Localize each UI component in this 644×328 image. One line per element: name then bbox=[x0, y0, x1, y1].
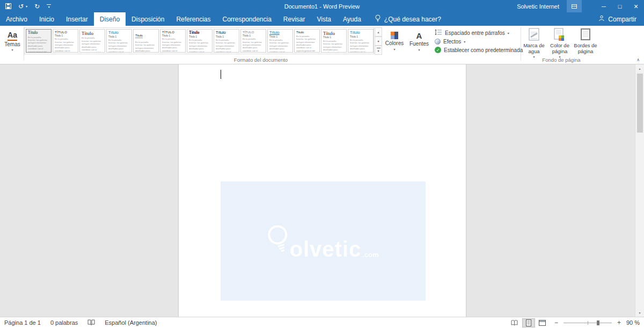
style-set-preview-text: En la pestaña Insertar, las galerías inc… bbox=[82, 37, 103, 53]
style-set-subtitle: Título 1 bbox=[216, 35, 237, 38]
zoom-slider-thumb[interactable] bbox=[597, 320, 599, 325]
tab-referencias[interactable]: Referencias bbox=[170, 12, 216, 26]
title-bar: ↺ ▾ ↻ ▾ Documento1 - Word Preview Solvet… bbox=[0, 0, 644, 12]
effects-button[interactable]: Efectos ▾ bbox=[435, 39, 518, 45]
chevron-down-icon: ▾ bbox=[418, 48, 420, 52]
print-layout-button[interactable] bbox=[522, 318, 535, 327]
style-set-thumbnail[interactable]: Titulo En la pestaña Insertar, las galer… bbox=[133, 29, 159, 53]
style-set-preview-text: En la pestaña Insertar, las galerías inc… bbox=[350, 39, 371, 53]
watermark-button[interactable]: Marca de agua ▾ bbox=[521, 27, 547, 59]
paragraph-spacing-button[interactable]: Espaciado entre párrafos ▾ bbox=[435, 29, 518, 37]
zoom-level[interactable]: 90 % bbox=[626, 319, 640, 326]
style-set-title: Titulo bbox=[296, 31, 318, 34]
text-cursor bbox=[221, 70, 221, 79]
scrollbar-thumb[interactable] bbox=[637, 74, 643, 133]
maximize-button[interactable]: □ bbox=[612, 0, 628, 12]
style-set-title: Título bbox=[216, 31, 237, 35]
chevron-down-icon: ▾ bbox=[464, 40, 465, 43]
style-set-thumbnail[interactable]: Título Título 1 En la pestaña Insertar, … bbox=[348, 29, 374, 53]
group-label-fondo: Fondo de página bbox=[521, 57, 602, 63]
undo-icon[interactable]: ↺ bbox=[18, 3, 24, 10]
style-set-thumbnail[interactable]: Título Título 1 En la pestaña Insertar, … bbox=[267, 29, 293, 53]
web-layout-button[interactable] bbox=[536, 318, 549, 327]
style-set-gallery: Título En la pestaña Insertar, las galer… bbox=[24, 27, 374, 54]
tab-strip: InicioInsertarDiseñoDisposiciónReferenci… bbox=[33, 12, 367, 26]
tab-insertar[interactable]: Insertar bbox=[60, 12, 94, 26]
page-color-button[interactable]: Color de página ▾ bbox=[547, 27, 573, 59]
undo-dropdown-icon[interactable]: ▾ bbox=[26, 5, 27, 8]
page-borders-button[interactable]: Bordes de página bbox=[573, 27, 598, 55]
redo-icon[interactable]: ↻ bbox=[34, 3, 40, 10]
tab-correspondencia[interactable]: Correspondencia bbox=[216, 12, 277, 26]
style-set-preview-text: En la pestaña Insertar, las galerías inc… bbox=[135, 41, 157, 53]
language-indicator[interactable]: Español (Argentina) bbox=[105, 319, 157, 326]
style-set-thumbnail[interactable]: Título Título 1 En la pestaña Insertar, … bbox=[106, 29, 132, 53]
proofing-icon[interactable] bbox=[87, 319, 95, 326]
minimize-button[interactable]: ─ bbox=[596, 0, 612, 12]
style-set-subtitle: Título 1 bbox=[162, 34, 184, 37]
colors-button[interactable]: Colores ▾ bbox=[382, 27, 407, 56]
save-icon[interactable] bbox=[5, 2, 11, 11]
style-set-subtitle: Título 1 bbox=[269, 35, 291, 38]
paragraph-spacing-label: Espaciado entre párrafos bbox=[445, 30, 505, 36]
style-set-thumbnail[interactable]: Título Título 1 En la pestaña Insertar, … bbox=[214, 29, 239, 53]
tab-inicio[interactable]: Inicio bbox=[33, 12, 60, 26]
page-borders-label: Bordes de página bbox=[573, 43, 598, 55]
tell-me-label: ¿Qué desea hacer? bbox=[384, 16, 441, 23]
document-page[interactable]: olvetic .com bbox=[179, 64, 466, 317]
collapse-ribbon-icon[interactable]: ∧ bbox=[636, 57, 640, 62]
themes-label: Temas bbox=[4, 41, 20, 47]
zoom-slider[interactable] bbox=[564, 323, 612, 323]
customize-quick-access-icon[interactable]: ▾ bbox=[47, 4, 51, 9]
style-set-title: Título bbox=[28, 31, 49, 35]
set-as-default-button[interactable]: ✓ Establecer como predeterminada bbox=[435, 47, 518, 53]
style-set-thumbnail[interactable]: Título Título 1 En la pestaña Insertar, … bbox=[321, 29, 347, 53]
chevron-down-icon: ▾ bbox=[508, 31, 509, 35]
tab-revisar[interactable]: Revisar bbox=[277, 12, 311, 26]
colors-icon bbox=[391, 32, 398, 39]
gallery-scroll-controls: ▴ ▾ ▾ bbox=[375, 27, 382, 55]
tell-me-box[interactable]: ¿Qué desea hacer? bbox=[375, 12, 441, 26]
page-info[interactable]: Página 1 de 1 bbox=[4, 319, 41, 326]
ribbon: Aa Temas ▾ Título En la pestaña Insertar… bbox=[0, 26, 644, 64]
gallery-scroll-up-button[interactable]: ▴ bbox=[375, 27, 382, 37]
style-set-thumbnail[interactable]: Título Título 1 En la pestaña Insertar, … bbox=[187, 29, 213, 53]
style-set-thumbnail[interactable]: Titulo En la pestaña Insertar, las galer… bbox=[294, 29, 320, 53]
zoom-out-button[interactable]: − bbox=[554, 319, 558, 326]
zoom-in-button[interactable]: + bbox=[617, 319, 621, 326]
ribbon-tab-row: Archivo InicioInsertarDiseñoDisposiciónR… bbox=[0, 12, 644, 26]
tab-disposicion[interactable]: Disposición bbox=[126, 12, 170, 26]
set-as-default-label: Establecer como predeterminada bbox=[444, 47, 523, 53]
ribbon-display-options-icon bbox=[572, 4, 577, 9]
style-set-thumbnail[interactable]: Título En la pestaña Insertar, las galer… bbox=[79, 29, 105, 53]
ribbon-display-options-button[interactable] bbox=[567, 0, 582, 12]
gallery-scroll-down-button[interactable]: ▾ bbox=[375, 37, 382, 46]
tab-vista[interactable]: Vista bbox=[311, 12, 337, 26]
scrollbar-up-icon[interactable]: ▴ bbox=[635, 64, 644, 72]
scrollbar-down-icon[interactable]: ▾ bbox=[635, 309, 644, 317]
read-mode-button[interactable] bbox=[508, 318, 521, 327]
tab-archivo[interactable]: Archivo bbox=[0, 12, 33, 26]
style-set-thumbnail[interactable]: TÍTULO Título 1 En la pestaña Insertar, … bbox=[160, 29, 186, 53]
account-name[interactable]: Solvetic Internet bbox=[517, 3, 559, 10]
check-icon: ✓ bbox=[435, 47, 441, 53]
tab-diseno[interactable]: Diseño bbox=[94, 12, 126, 26]
style-set-preview-text: En la pestaña Insertar, las galerías inc… bbox=[243, 38, 264, 53]
vertical-scrollbar[interactable]: ▴ ▾ bbox=[635, 64, 644, 317]
tab-ayuda[interactable]: Ayuda bbox=[337, 12, 367, 26]
close-button[interactable]: × bbox=[628, 0, 644, 12]
style-set-subtitle: Título 1 bbox=[323, 36, 345, 39]
style-set-thumbnail[interactable]: TÍTULO Título 1 En la pestaña Insertar, … bbox=[240, 29, 266, 53]
style-set-preview-text: En la pestaña Insertar, las galerías inc… bbox=[55, 38, 76, 53]
style-set-thumbnail[interactable]: Título En la pestaña Insertar, las galer… bbox=[26, 29, 52, 53]
fonts-label: Fuentes bbox=[409, 41, 429, 47]
themes-button[interactable]: Aa Temas ▾ bbox=[1, 27, 24, 56]
style-set-subtitle: Título 1 bbox=[189, 35, 210, 38]
word-count[interactable]: 0 palabras bbox=[50, 319, 78, 326]
share-button[interactable]: Compartir bbox=[598, 12, 636, 26]
gallery-more-button[interactable]: ▾ bbox=[375, 46, 382, 55]
fonts-button[interactable]: A Fuentes ▾ bbox=[407, 27, 431, 56]
style-set-thumbnail[interactable]: TÍTULO Título 1 En la pestaña Insertar, … bbox=[53, 29, 78, 53]
person-icon bbox=[598, 15, 605, 23]
watermark-brand-text: olvetic bbox=[289, 239, 361, 259]
